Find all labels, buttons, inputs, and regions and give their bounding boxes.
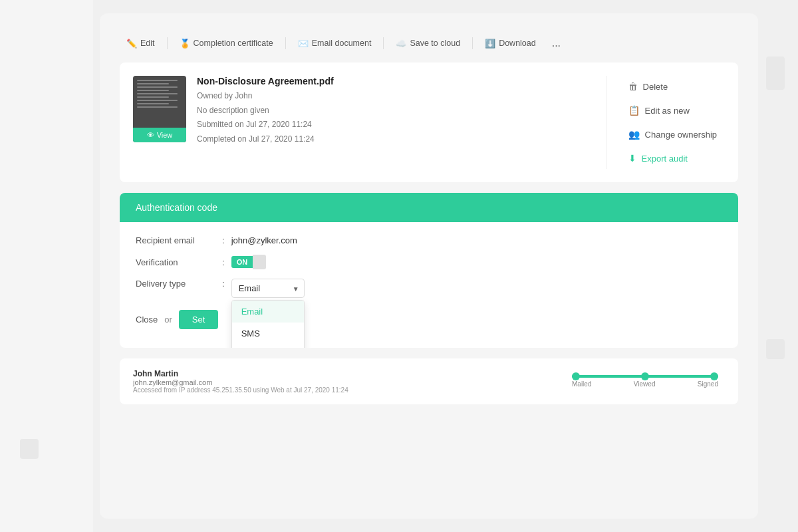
- dropdown-item-sms[interactable]: SMS: [232, 323, 304, 344]
- timeline-labels: Mailed Viewed Signed: [572, 380, 718, 388]
- timeline-wrapper: Mailed Viewed Signed: [572, 375, 718, 388]
- toolbar-divider-2: [285, 37, 286, 49]
- document-thumbnail: 👁 View: [133, 76, 186, 142]
- auth-footer: Close or Set: [136, 307, 722, 334]
- recipient-value: john@zylker.com: [231, 235, 297, 245]
- toolbar: ✏️ Edit 🏅 Completion certificate ✉️ Emai…: [120, 27, 738, 63]
- timeline-track: [572, 375, 718, 378]
- timeline-label-mailed: Mailed: [572, 380, 591, 388]
- dropdown-item-offline[interactable]: Offline: [232, 344, 304, 348]
- cloud-icon: ☁️: [396, 39, 406, 49]
- recipient-label: Recipient email: [136, 235, 222, 245]
- close-button[interactable]: Close: [136, 315, 158, 325]
- recipient-email-row: Recipient email : john@zylker.com: [136, 235, 722, 245]
- timeline-dot-1: [572, 372, 580, 380]
- timeline-label-signed: Signed: [698, 380, 718, 388]
- audit-user-email: john.zylkem@gmail.com: [133, 378, 426, 386]
- dropdown-item-email[interactable]: Email: [232, 301, 304, 323]
- auth-section: Authentication code Recipient email : jo…: [120, 193, 738, 348]
- edit-as-new-button[interactable]: 📋 Edit as new: [620, 100, 725, 121]
- delivery-select[interactable]: Email SMS Offline: [231, 279, 305, 298]
- edit-button[interactable]: ✏️ Edit: [120, 35, 162, 53]
- trash-icon: 🗑: [628, 81, 638, 92]
- delivery-dropdown-menu: Email SMS Offline: [231, 300, 305, 348]
- export-icon: ⬇: [628, 153, 636, 164]
- auth-header: Authentication code: [120, 193, 738, 222]
- document-completed: Completed on Jul 27, 2020 11:24: [197, 132, 606, 147]
- verification-toggle[interactable]: ON: [231, 255, 267, 269]
- edit-icon: ✏️: [126, 39, 137, 49]
- document-title: Non-Disclosure Agreement.pdf: [197, 76, 606, 86]
- ownership-icon: 👥: [628, 129, 640, 140]
- audit-card: John Martin john.zylkem@gmail.com Access…: [120, 358, 738, 404]
- progress-timeline: Mailed Viewed Signed: [426, 375, 725, 388]
- thumbnail-lines: [133, 76, 186, 114]
- left-scroll[interactable]: [20, 439, 39, 459]
- main-content: ✏️ Edit 🏅 Completion certificate ✉️ Emai…: [100, 13, 758, 519]
- verification-label: Verification: [136, 257, 222, 267]
- document-submitted: Submitted on Jul 27, 2020 11:24: [197, 118, 606, 132]
- audit-row: John Martin john.zylkem@gmail.com Access…: [133, 369, 725, 394]
- more-button[interactable]: ...: [547, 33, 566, 53]
- completion-certificate-button[interactable]: 🏅 Completion certificate: [173, 35, 280, 53]
- view-button[interactable]: 👁 View: [133, 128, 186, 142]
- email-document-button[interactable]: ✉️ Email document: [291, 35, 378, 53]
- timeline-dot-3: [710, 372, 718, 380]
- document-description: No description given: [197, 104, 606, 118]
- right-scroll-top[interactable]: [766, 57, 785, 90]
- delete-button[interactable]: 🗑 Delete: [620, 76, 725, 97]
- toolbar-divider-3: [383, 37, 384, 49]
- download-button[interactable]: ⬇️ Download: [478, 35, 543, 53]
- eye-icon: 👁: [147, 131, 154, 139]
- change-ownership-button[interactable]: 👥 Change ownership: [620, 124, 725, 145]
- document-actions: 🗑 Delete 📋 Edit as new 👥 Change ownershi…: [606, 76, 725, 169]
- certificate-icon: 🏅: [180, 39, 190, 49]
- set-button[interactable]: Set: [179, 310, 219, 329]
- left-sidebar: [0, 0, 93, 532]
- document-meta: Owned by John No description given Submi…: [197, 89, 606, 146]
- audit-user-name: John Martin: [133, 369, 426, 378]
- document-info: Non-Disclosure Agreement.pdf Owned by Jo…: [197, 76, 606, 169]
- document-left-section: 👁 View Non-Disclosure Agreement.pdf Owne…: [133, 76, 606, 169]
- audit-access-info: Accessed from IP address 45.251.35.50 us…: [133, 386, 426, 394]
- delivery-type-row: Delivery type : Email SMS Offline ▼ Emai…: [136, 279, 722, 298]
- toggle-on-label: ON: [231, 256, 253, 268]
- or-text: or: [164, 315, 172, 325]
- toolbar-divider-1: [167, 37, 168, 49]
- toggle-off-part: [253, 255, 266, 269]
- document-card: 👁 View Non-Disclosure Agreement.pdf Owne…: [120, 63, 738, 182]
- export-audit-button[interactable]: ⬇ Export audit: [620, 148, 725, 169]
- delivery-select-wrapper: Email SMS Offline ▼ Email SMS Offline: [231, 279, 305, 298]
- document-owner: Owned by John: [197, 89, 606, 104]
- auth-body: Recipient email : john@zylker.com Verifi…: [120, 222, 738, 348]
- toolbar-divider-4: [472, 37, 473, 49]
- timeline-dot-2: [641, 372, 649, 380]
- download-icon: ⬇️: [485, 39, 495, 49]
- save-cloud-button[interactable]: ☁️ Save to cloud: [389, 35, 467, 53]
- timeline-label-viewed: Viewed: [634, 380, 656, 388]
- copy-edit-icon: 📋: [628, 105, 640, 116]
- right-scroll-bottom[interactable]: [766, 339, 785, 359]
- delivery-label: Delivery type: [136, 279, 222, 289]
- audit-user-info: John Martin john.zylkem@gmail.com Access…: [133, 369, 426, 394]
- email-icon: ✉️: [298, 39, 309, 49]
- verification-row: Verification : ON: [136, 255, 722, 269]
